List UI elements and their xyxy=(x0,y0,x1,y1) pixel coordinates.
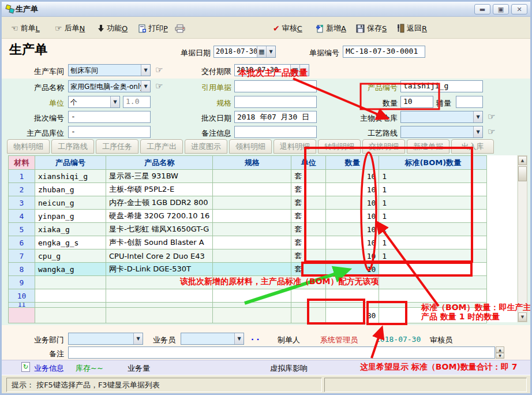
code-cell[interactable]: yinpan_g xyxy=(35,210,106,223)
tab-process-route[interactable]: 工序路线 xyxy=(51,139,94,154)
col-header[interactable]: 标准(BOM)数量 xyxy=(379,156,487,170)
code-cell[interactable]: wangka_g xyxy=(35,263,106,276)
remark-spinner[interactable]: ▲ ▼ xyxy=(496,346,504,359)
hand-picker-icon[interactable]: ☞ xyxy=(488,113,495,121)
scrollbar-thumb[interactable] xyxy=(518,166,527,181)
bom-cell[interactable]: 1 xyxy=(379,249,487,263)
product-name-combo[interactable]: 家用G型电脑-金奥-only ▼ xyxy=(68,80,151,92)
chevron-down-icon[interactable]: ▼ xyxy=(141,65,150,76)
chevron-down-icon[interactable]: ▼ xyxy=(266,46,275,57)
main-location-field[interactable]: - xyxy=(68,126,151,138)
qty-cell[interactable]: 10 xyxy=(326,183,379,196)
qty-cell[interactable]: 10 xyxy=(326,210,379,223)
unit-cell[interactable] xyxy=(291,289,326,303)
chevron-down-icon[interactable]: ▼ xyxy=(141,81,150,92)
route-combo[interactable]: ▼ xyxy=(400,126,483,138)
col-header[interactable]: 产品编号 xyxy=(35,156,106,170)
next-doc-button[interactable]: ☞ 后单N xyxy=(53,22,87,35)
row-number-cell[interactable]: 5 xyxy=(9,223,35,236)
return-button[interactable]: 返回R xyxy=(394,22,429,35)
title-bar[interactable]: 生产单 xyxy=(2,2,530,17)
code-cell[interactable]: neicun_g xyxy=(35,196,106,210)
spec-cell[interactable] xyxy=(213,223,291,236)
code-cell[interactable]: xianshiqi_g xyxy=(35,170,106,183)
name-cell[interactable]: CPU-Intel Core 2 Duo E43 xyxy=(106,249,213,263)
unit-cell[interactable]: 套 xyxy=(291,170,326,183)
row-number-cell[interactable]: 6 xyxy=(9,236,35,249)
batch-no-field[interactable]: - xyxy=(68,111,151,123)
aux-qty-field[interactable] xyxy=(456,96,483,108)
row-number-cell[interactable]: 3 xyxy=(9,196,35,210)
code-cell[interactable] xyxy=(35,276,106,289)
name-cell[interactable]: 显示器-三星 931BW xyxy=(106,170,213,183)
row-number-cell[interactable]: 7 xyxy=(9,249,35,263)
doc-no-field[interactable]: MC-18-07-30-0001 xyxy=(343,46,425,58)
qty-cell[interactable]: 10 xyxy=(326,223,379,236)
chevron-down-icon[interactable]: ▼ xyxy=(473,111,482,122)
close-button[interactable]: ✕ xyxy=(511,4,527,14)
tab-new-document[interactable]: 新建单据 xyxy=(407,139,449,154)
batch-date-field[interactable]: 2018 年07 月30 日 xyxy=(234,111,317,123)
col-header[interactable]: 数量 xyxy=(326,156,379,170)
unit-cell[interactable]: 套 xyxy=(291,236,326,249)
spec-cell[interactable] xyxy=(213,183,291,196)
unit-cell[interactable] xyxy=(291,303,326,308)
unit-cell[interactable]: 套 xyxy=(291,263,326,276)
code-cell[interactable] xyxy=(35,289,106,303)
code-cell[interactable]: zhuban_g xyxy=(35,183,106,196)
name-cell[interactable] xyxy=(106,303,213,308)
refresh-icon[interactable]: ↻ xyxy=(21,362,30,372)
spec-field[interactable] xyxy=(234,96,317,108)
unit-cell[interactable]: 套 xyxy=(291,210,326,223)
unit-combo[interactable]: 个 ▼ xyxy=(68,96,120,108)
unit-cell[interactable]: 套 xyxy=(291,249,326,263)
scroll-up-icon[interactable]: ▲ xyxy=(518,156,527,165)
name-cell[interactable]: 主板-华硕 P5PL2-E xyxy=(106,183,213,196)
main-warehouse-combo[interactable]: ▼ xyxy=(400,111,483,123)
row-number-cell[interactable]: 1 xyxy=(9,170,35,183)
print-button[interactable]: 打印P xyxy=(136,22,170,35)
qty-cell[interactable]: 10 xyxy=(326,263,379,276)
qty-cell[interactable]: 10 xyxy=(326,249,379,263)
spec-cell[interactable] xyxy=(213,289,291,303)
name-cell[interactable]: 显卡-七彩虹 镭风X1650GT-G xyxy=(106,223,213,236)
tab-picking-detail[interactable]: 领料明细 xyxy=(229,139,272,154)
tab-process-output[interactable]: 工序产出 xyxy=(140,139,183,154)
code-cell[interactable]: xiaka_g xyxy=(35,223,106,236)
hand-picker-icon[interactable]: ☞ xyxy=(488,128,495,136)
unit-cell[interactable]: 套 xyxy=(291,223,326,236)
add-new-button[interactable]: 新增A xyxy=(313,22,349,35)
qty-cell[interactable] xyxy=(326,289,379,303)
qty-cell[interactable]: 10 xyxy=(326,196,379,210)
more-dots-button[interactable]: . . xyxy=(251,333,259,342)
minimize-button[interactable]: ▬ xyxy=(474,4,490,14)
tab-transfer-detail[interactable]: 转制明细 xyxy=(318,139,361,154)
doc-date-field[interactable]: 2018-07-30 ▦ ▼ xyxy=(213,46,276,58)
spec-cell[interactable] xyxy=(213,170,291,183)
code-cell[interactable]: cpu_g xyxy=(35,249,106,263)
bom-cell[interactable]: 1 xyxy=(379,236,487,249)
tab-process-task[interactable]: 工序任务 xyxy=(96,139,138,154)
name-cell[interactable]: 声卡-创新 Sound Blaster A xyxy=(106,236,213,249)
bom-cell[interactable]: 1 xyxy=(379,170,487,183)
name-cell[interactable]: 网卡-D-Link DGE-530T xyxy=(106,263,213,276)
row-number-cell[interactable]: 4 xyxy=(9,210,35,223)
printer-button[interactable] xyxy=(173,22,188,35)
bom-cell[interactable]: 1 xyxy=(379,196,487,210)
name-cell[interactable]: 内存-金士顿 1GB DDR2 800 xyxy=(106,196,213,210)
tab-progress-chart[interactable]: 进度图示 xyxy=(185,139,227,154)
row-number-cell[interactable]: 2 xyxy=(9,183,35,196)
spec-cell[interactable] xyxy=(213,196,291,210)
qty-cell[interactable] xyxy=(326,303,379,308)
row-number-cell[interactable]: 9 xyxy=(9,276,35,289)
tab-material-detail[interactable]: 物料明细 xyxy=(7,139,50,154)
prev-doc-button[interactable]: ☜ 前单L xyxy=(9,22,42,35)
code-cell[interactable]: engka_g_s xyxy=(35,236,106,249)
product-code-field[interactable]: taishiji_g xyxy=(400,80,483,92)
spin-up-icon[interactable]: ▲ xyxy=(496,346,504,353)
vertical-scrollbar[interactable]: ▲ ▼ xyxy=(518,155,527,322)
col-header[interactable]: 产品名称 xyxy=(106,156,213,170)
ref-doc-field[interactable] xyxy=(234,80,317,92)
unit-factor-field[interactable]: 1.0 xyxy=(123,96,151,108)
bom-cell[interactable] xyxy=(379,263,487,276)
